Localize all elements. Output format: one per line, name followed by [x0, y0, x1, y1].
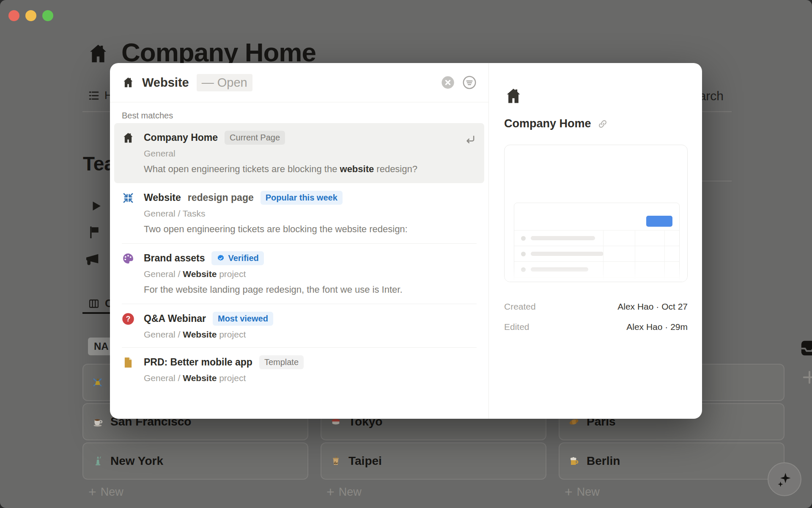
search-input-row: Website — Open — [110, 63, 488, 102]
matched-text: Website — [183, 269, 217, 279]
search-result-row[interactable]: ?Q&A WebinarMost viewedGeneral / Website… — [114, 304, 484, 347]
result-badge: Template — [259, 355, 304, 369]
badge-label: Current Page — [230, 133, 280, 143]
result-badge: Verified — [211, 251, 263, 265]
coffee-icon — [92, 416, 104, 428]
meta-value: Alex Hao · 29m — [626, 322, 688, 332]
result-body: Brand assetsVerifiedGeneral / Website pr… — [144, 251, 403, 296]
new-card-button[interactable]: +New — [565, 486, 600, 499]
matched-text: Brand assets — [144, 253, 205, 264]
result-breadcrumb: General / Website project — [144, 330, 273, 340]
result-body: Company HomeCurrent PageGeneralWhat open… — [144, 131, 417, 176]
badge-label: Template — [264, 357, 299, 367]
result-title: Brand assetsVerified — [144, 251, 403, 265]
app-window: Company Home H Search Tea C NA San Franc… — [0, 0, 812, 508]
preview-blue-button — [646, 216, 672, 227]
megaphone-icon — [84, 252, 101, 269]
meta-label: Created — [504, 302, 536, 312]
plus-icon[interactable] — [801, 369, 812, 386]
text-segment: What open engineering tickets are blocki… — [144, 164, 340, 174]
result-title: Company HomeCurrent Page — [144, 131, 417, 145]
page-meta: CreatedAlex Hao · Oct 27EditedAlex Hao ·… — [504, 302, 688, 332]
city-card-title: Berlin — [587, 454, 620, 468]
matched-text: Q&A Webinar — [144, 313, 206, 324]
search-result-row[interactable]: Brand assetsVerifiedGeneral / Website pr… — [114, 244, 484, 304]
search-result-row[interactable]: PRD: Better mobile appTemplateGeneral / … — [114, 348, 484, 391]
new-card-button[interactable]: +New — [88, 486, 123, 499]
zoom-window-button[interactable] — [42, 10, 53, 21]
view-tab[interactable]: C — [88, 297, 113, 310]
text-segment: General / — [144, 330, 183, 339]
enter-icon — [464, 133, 477, 176]
meta-label: Edited — [504, 322, 529, 332]
text-segment: Two open engineering tickets are blockin… — [144, 224, 408, 234]
beer-icon — [568, 455, 580, 467]
new-card-button[interactable]: +New — [326, 486, 362, 499]
plus-icon: + — [88, 486, 96, 498]
search-result-row[interactable]: Website redesign pagePopular this weekGe… — [114, 183, 484, 243]
meta-value: Alex Hao · Oct 27 — [617, 302, 688, 312]
result-body: PRD: Better mobile appTemplateGeneral / … — [144, 355, 304, 383]
text-segment: General / Tasks — [144, 209, 206, 218]
home-icon — [504, 87, 688, 105]
search-input[interactable]: Website — [142, 76, 189, 90]
collapse-arrows-icon — [122, 192, 134, 204]
meta-row-created: CreatedAlex Hao · Oct 27 — [504, 302, 688, 312]
matched-text: website — [340, 164, 374, 174]
new-card-label: New — [339, 486, 362, 499]
text-segment: For the website landing page redesign, t… — [144, 284, 403, 295]
result-breadcrumb: General / Tasks — [144, 209, 408, 219]
city-card[interactable]: Berlin — [559, 442, 785, 480]
result-body: Website redesign pagePopular this weekGe… — [144, 191, 408, 236]
result-snippet: Two open engineering tickets are blockin… — [144, 223, 408, 236]
badge-label: Verified — [228, 253, 258, 263]
page-preview-pane: Company Home — [488, 63, 702, 419]
result-snippet: For the website landing page redesign, t… — [144, 283, 403, 296]
clear-search-icon[interactable] — [441, 76, 455, 89]
badge-label: Most viewed — [218, 314, 268, 324]
matched-text: PRD: Better mobile app — [144, 357, 252, 368]
city-card-title: New York — [110, 454, 163, 468]
skier-icon — [92, 376, 104, 388]
ai-sparkle-button[interactable] — [768, 462, 801, 496]
matched-text: Company Home — [144, 132, 218, 143]
page-preview-thumbnail[interactable] — [504, 145, 688, 282]
city-card[interactable]: New York — [82, 442, 308, 480]
home-icon — [122, 132, 134, 144]
result-title: Website redesign pagePopular this week — [144, 191, 408, 205]
tab-home[interactable]: H — [88, 89, 112, 102]
result-title: PRD: Better mobile appTemplate — [144, 355, 304, 369]
search-modal: Website — Open Best matches Company Home… — [110, 63, 702, 419]
result-snippet: What open engineering tickets are blocki… — [144, 163, 417, 176]
city-card[interactable]: Taipei — [321, 442, 546, 480]
search-autocomplete-chip[interactable]: — Open — [197, 74, 252, 91]
close-window-button[interactable] — [8, 10, 19, 21]
inbox-icon[interactable] — [799, 338, 812, 358]
svg-text:?: ? — [126, 315, 131, 323]
text-segment: General / — [144, 269, 183, 279]
result-breadcrumb: General / Website project — [144, 373, 304, 383]
text-segment: project — [217, 330, 246, 339]
list-icon — [88, 89, 100, 102]
result-badge: Most viewed — [213, 312, 273, 326]
result-badge: Popular this week — [261, 191, 343, 205]
result-title: Q&A WebinarMost viewed — [144, 312, 273, 326]
search-result-row[interactable]: Company HomeCurrent PageGeneralWhat open… — [114, 123, 484, 183]
plus-icon: + — [565, 486, 573, 498]
results-section-label: Best matches — [110, 102, 488, 123]
text-segment: redesign page — [188, 192, 254, 203]
filter-icon[interactable] — [462, 75, 477, 90]
home-icon — [122, 76, 134, 89]
link-icon[interactable] — [597, 118, 608, 129]
meta-row-edited: EditedAlex Hao · 29m — [504, 322, 688, 332]
palette-icon — [122, 252, 134, 265]
statue-of-liberty-icon — [92, 455, 104, 467]
plus-icon: + — [326, 486, 335, 498]
search-results-pane: Website — Open Best matches Company Home… — [110, 63, 488, 419]
bubble-tea-icon — [330, 455, 342, 467]
new-card-label: New — [101, 486, 123, 499]
text-segment: redesign? — [374, 164, 417, 174]
results-list: Company HomeCurrent PageGeneralWhat open… — [110, 123, 488, 391]
minimize-window-button[interactable] — [25, 10, 36, 21]
flag-icon — [87, 225, 102, 240]
